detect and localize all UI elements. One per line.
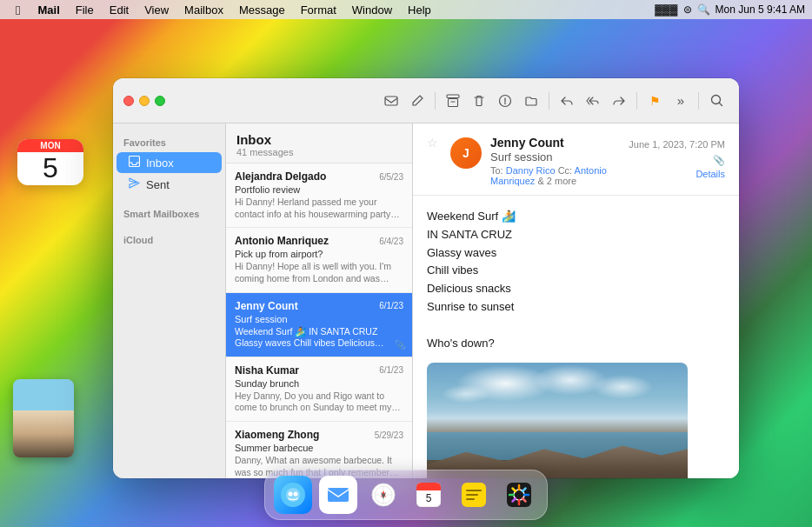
email-sender-alejandra: Alejandra Delgado xyxy=(235,170,376,183)
menubar-message[interactable]: Message xyxy=(232,2,292,18)
archive-button[interactable] xyxy=(441,89,465,113)
toolbar-actions: ⚑ » xyxy=(379,89,729,113)
email-item-nisha[interactable]: Nisha Kumar 6/1/23 Sunday brunch Hey Dan… xyxy=(226,357,412,422)
email-item-jenny-header: Jenny Count 6/1/23 xyxy=(235,300,403,312)
email-detail-header: ☆ J Jenny Count Surf session To: Danny R… xyxy=(413,123,739,196)
icloud-label: iCloud xyxy=(113,231,225,249)
email-item-alejandra-header: Alejandra Delgado 6/5/23 xyxy=(235,170,403,183)
email-item-alejandra[interactable]: Alejandra Delgado 6/5/23 Portfolio revie… xyxy=(226,163,412,228)
get-mail-button[interactable] xyxy=(379,89,403,113)
cc-label: Cc: xyxy=(558,165,575,176)
compose-button[interactable] xyxy=(405,89,429,113)
email-detail-recipients: To: Danny Rico Cc: Antonio Manriquez & 2… xyxy=(490,165,620,186)
wifi-icon: ⊜ xyxy=(683,3,692,16)
attachment-icon-jenny: 📎 xyxy=(395,340,405,350)
dock-item-calendar[interactable]: 5 xyxy=(409,476,448,514)
toolbar-divider-2 xyxy=(549,92,549,110)
traffic-lights xyxy=(123,96,165,106)
menubar-window[interactable]: Window xyxy=(345,2,399,18)
email-preview-antonio: Hi Danny! Hope all is well with you. I'm… xyxy=(235,261,403,284)
body-line-3: Glassy waves xyxy=(427,244,725,263)
more-recipients: & 2 more xyxy=(537,176,576,186)
dock-item-notes[interactable] xyxy=(455,476,493,514)
dock-item-finder[interactable] xyxy=(274,476,312,514)
menubar-help[interactable]: Help xyxy=(401,2,438,18)
body-line-2: IN SANTA CRUZ xyxy=(427,226,725,244)
email-item-jenny[interactable]: Jenny Count 6/1/23 Surf session Weekend … xyxy=(226,293,412,357)
svg-rect-22 xyxy=(466,490,482,491)
menubar-format[interactable]: Format xyxy=(294,2,343,18)
menubar-app-name[interactable]: Mail xyxy=(30,2,66,18)
favorites-label: Favorites xyxy=(113,134,225,151)
search-icon[interactable]: 🔍 xyxy=(697,3,710,16)
inbox-icon xyxy=(127,156,141,170)
svg-point-4 xyxy=(711,96,720,104)
toolbar-divider-1 xyxy=(435,92,436,110)
email-list: Inbox 41 messages Alejandra Delgado 6/5/… xyxy=(226,123,413,478)
dock-item-mail[interactable] xyxy=(319,476,357,514)
email-subject-antonio: Pick up from airport? xyxy=(235,249,403,259)
to-recipient[interactable]: Danny Rico xyxy=(506,165,556,176)
email-date-alejandra: 6/5/23 xyxy=(379,172,403,182)
calendar-day: 5 xyxy=(17,152,83,185)
smart-mailboxes-section: Smart Mailboxes xyxy=(113,205,225,223)
email-subject-jenny: Surf session xyxy=(235,314,403,324)
menubar-mailbox[interactable]: Mailbox xyxy=(177,2,230,18)
to-label: To: xyxy=(490,165,506,176)
junk-button[interactable] xyxy=(493,89,517,113)
body-line-6: Sunrise to sunset xyxy=(427,298,725,317)
icloud-section: iCloud xyxy=(113,231,225,249)
dock-item-photos[interactable] xyxy=(500,476,538,514)
email-detail-info: Jenny Count Surf session To: Danny Rico … xyxy=(490,136,620,186)
email-item-antonio[interactable]: Antonio Manriquez 6/4/23 Pick up from ai… xyxy=(226,228,412,292)
svg-text:5: 5 xyxy=(426,492,432,504)
email-list-header: Inbox 41 messages xyxy=(226,123,412,163)
svg-point-8 xyxy=(294,492,298,497)
svg-point-7 xyxy=(289,492,293,497)
email-item-nisha-header: Nisha Kumar 6/1/23 xyxy=(235,364,403,377)
menubar-left:  Mail File Edit View Mailbox Message Fo… xyxy=(7,1,651,19)
reply-button[interactable] xyxy=(555,89,579,113)
reply-all-button[interactable] xyxy=(581,89,605,113)
flag-button[interactable]: ⚑ xyxy=(642,89,667,113)
email-subject-nisha: Sunday brunch xyxy=(235,378,403,389)
mail-content: Favorites Inbox Sent Smart Mailboxes iCl… xyxy=(113,123,739,478)
close-button[interactable] xyxy=(123,96,134,106)
email-sender-antonio: Antonio Manriquez xyxy=(235,235,376,247)
coastal-clouds xyxy=(427,363,688,432)
email-detail-title-row: ☆ J Jenny Count Surf session To: Danny R… xyxy=(427,136,725,186)
menubar-right: ▓▓▓ ⊜ 🔍 Mon Jun 5 9:41 AM xyxy=(655,3,805,16)
forward-button[interactable] xyxy=(607,89,631,113)
menubar-file[interactable]: File xyxy=(69,2,101,18)
menubar-view[interactable]: View xyxy=(137,2,176,18)
coastal-scene xyxy=(427,363,688,478)
svg-rect-19 xyxy=(416,487,441,490)
more-button[interactable]: » xyxy=(669,89,693,113)
sent-label: Sent xyxy=(146,178,170,191)
menubar-edit[interactable]: Edit xyxy=(103,2,136,18)
email-detail-meta: June 1, 2023, 7:20 PM 📎 Details xyxy=(629,136,725,179)
details-link[interactable]: Details xyxy=(629,169,725,179)
sidebar-item-inbox[interactable]: Inbox xyxy=(116,152,222,173)
star-icon[interactable]: ☆ xyxy=(427,136,438,150)
delete-button[interactable] xyxy=(467,89,491,113)
toolbar-divider-4 xyxy=(698,92,699,110)
calendar-widget: MON 5 xyxy=(17,139,83,185)
search-button[interactable] xyxy=(704,89,729,113)
dock-item-safari[interactable] xyxy=(364,476,403,514)
email-image-container xyxy=(427,363,725,478)
toolbar-divider-3 xyxy=(636,92,637,110)
email-item-xiaomeng-header: Xiaomeng Zhong 5/29/23 xyxy=(235,429,403,441)
email-preview-jenny: Weekend Surf 🏄 IN SANTA CRUZ Glassy wave… xyxy=(235,326,403,350)
body-line-7: Who's down? xyxy=(427,335,725,353)
svg-rect-10 xyxy=(328,488,349,502)
body-line-1: Weekend Surf 🏄 xyxy=(427,208,725,226)
avatar-initial: J xyxy=(463,146,469,160)
apple-menu[interactable]:  xyxy=(7,1,29,19)
minimize-button[interactable] xyxy=(139,96,150,106)
maximize-button[interactable] xyxy=(155,96,165,106)
move-button[interactable] xyxy=(519,89,543,113)
sidebar-item-sent[interactable]: Sent xyxy=(116,174,222,195)
email-list-count: 41 messages xyxy=(236,147,402,157)
sender-avatar: J xyxy=(450,137,482,169)
